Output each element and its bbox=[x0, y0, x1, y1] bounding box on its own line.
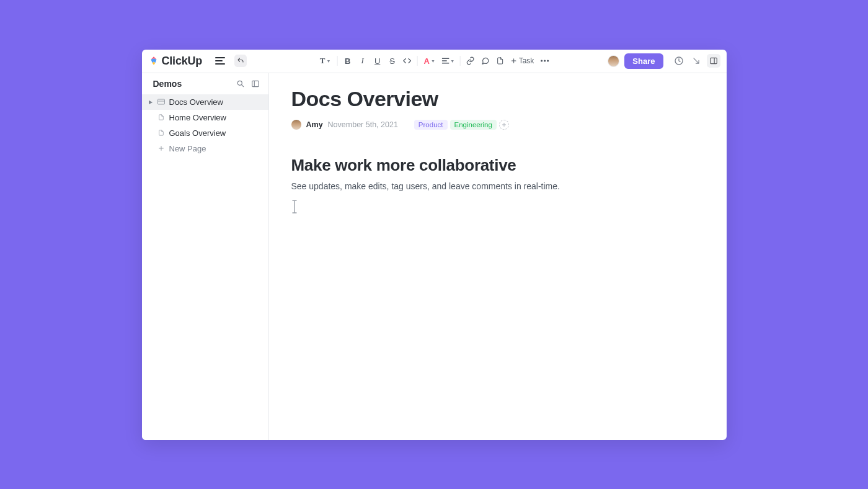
sidebar-item-goals-overview[interactable]: Goals Overview bbox=[142, 125, 268, 141]
tag-product[interactable]: Product bbox=[414, 120, 448, 130]
download-icon[interactable] bbox=[689, 54, 703, 68]
card-icon bbox=[157, 98, 165, 105]
sidebar-item-docs-overview[interactable]: ▶ Docs Overview bbox=[142, 94, 268, 110]
task-label: Task bbox=[519, 56, 534, 65]
author-name: Amy bbox=[306, 120, 323, 129]
svg-point-5 bbox=[237, 81, 242, 85]
bold-button[interactable]: B bbox=[341, 54, 355, 68]
add-tag-button[interactable] bbox=[499, 120, 509, 130]
tag-list: Product Engineering bbox=[414, 120, 509, 130]
brand-name: ClickUp bbox=[162, 55, 203, 68]
toolbar-separator bbox=[417, 56, 418, 66]
tag-engineering[interactable]: Engineering bbox=[450, 120, 497, 130]
search-icon[interactable] bbox=[235, 78, 246, 89]
user-avatar[interactable] bbox=[608, 55, 619, 67]
sidebar-title: Demos bbox=[153, 79, 182, 89]
menu-icon[interactable] bbox=[213, 54, 227, 68]
svg-rect-6 bbox=[252, 81, 259, 86]
body-area: Demos ▶ Docs Overview bbox=[142, 73, 727, 440]
sidebar-item-label: Goals Overview bbox=[169, 128, 226, 138]
page-icon bbox=[157, 129, 165, 137]
svg-rect-4 bbox=[710, 58, 717, 63]
sidebar-item-label: Home Overview bbox=[169, 113, 226, 122]
italic-button[interactable]: I bbox=[356, 54, 370, 68]
underline-button[interactable]: U bbox=[371, 54, 384, 68]
formatting-toolbar: T▼ B I U S A▼ ▼ bbox=[317, 54, 552, 68]
share-button[interactable]: Share bbox=[624, 53, 663, 69]
undo-button[interactable] bbox=[234, 55, 247, 67]
doc-paragraph[interactable]: See updates, make edits, tag users, and … bbox=[291, 181, 704, 191]
plus-icon bbox=[157, 145, 165, 152]
chevron-right-icon: ▶ bbox=[148, 99, 153, 105]
strikethrough-button[interactable]: S bbox=[386, 54, 399, 68]
doc-date: November 5th, 2021 bbox=[328, 120, 398, 129]
sidebar: Demos ▶ Docs Overview bbox=[142, 73, 269, 440]
svg-point-1 bbox=[544, 60, 546, 61]
doc-meta-row: Amy November 5th, 2021 Product Engineeri… bbox=[291, 120, 704, 130]
sidebar-panel-icon[interactable] bbox=[250, 78, 261, 89]
svg-point-0 bbox=[541, 60, 542, 61]
code-button[interactable] bbox=[401, 54, 414, 68]
text-cursor-icon bbox=[291, 200, 298, 213]
page-title[interactable]: Docs Overview bbox=[291, 87, 704, 111]
topbar: ClickUp T▼ B I U S A▼ ▼ bbox=[142, 50, 727, 73]
brand-logo[interactable]: ClickUp bbox=[148, 55, 203, 68]
toolbar-separator bbox=[460, 56, 461, 66]
svg-rect-7 bbox=[157, 99, 164, 104]
clickup-logo-icon bbox=[148, 55, 159, 66]
sidebar-item-label: Docs Overview bbox=[169, 97, 223, 107]
svg-point-2 bbox=[547, 60, 549, 61]
text-color-button[interactable]: A▼ bbox=[421, 54, 438, 68]
page-icon bbox=[157, 114, 165, 121]
insert-task-button[interactable]: Task bbox=[508, 56, 537, 65]
comment-button[interactable] bbox=[479, 54, 492, 68]
author-avatar[interactable] bbox=[291, 120, 301, 130]
plus-icon bbox=[511, 58, 517, 64]
doc-heading[interactable]: Make work more collaborative bbox=[291, 156, 704, 175]
sidebar-item-home-overview[interactable]: Home Overview bbox=[142, 110, 268, 125]
text-style-button[interactable]: T▼ bbox=[317, 54, 334, 68]
app-window: ClickUp T▼ B I U S A▼ ▼ bbox=[142, 50, 727, 440]
toolbar-separator bbox=[337, 56, 338, 66]
align-button[interactable]: ▼ bbox=[440, 54, 457, 68]
sidebar-item-label: New Page bbox=[169, 144, 206, 153]
more-button[interactable] bbox=[538, 54, 551, 68]
link-button[interactable] bbox=[464, 54, 477, 68]
sidebar-header: Demos bbox=[142, 73, 268, 94]
history-icon[interactable] bbox=[672, 54, 686, 68]
panel-toggle-button[interactable] bbox=[707, 54, 720, 68]
topbar-right: Share bbox=[608, 53, 720, 69]
sidebar-new-page[interactable]: New Page bbox=[142, 141, 268, 156]
document-content[interactable]: Docs Overview Amy November 5th, 2021 Pro… bbox=[269, 73, 727, 440]
attachment-button[interactable] bbox=[494, 54, 507, 68]
